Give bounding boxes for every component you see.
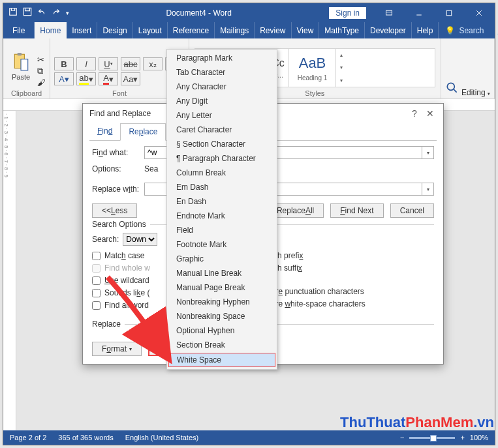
autosave-icon[interactable]: [8, 7, 18, 18]
tab-review[interactable]: Review: [255, 22, 291, 38]
tab-help[interactable]: Help: [412, 22, 439, 38]
tab-file[interactable]: File: [3, 22, 35, 38]
zoom-in-icon[interactable]: +: [460, 434, 464, 441]
sounds-like-checkbox[interactable]: Sounds like (: [92, 288, 150, 297]
ribbon-tabs: File Home Insert Design Layout Reference…: [3, 22, 495, 38]
menu-item-section-break[interactable]: Section Break: [167, 338, 277, 352]
menu-item--paragraph-character[interactable]: ¶ Paragraph Character: [167, 151, 277, 166]
tell-me[interactable]: 💡 Search: [439, 22, 490, 38]
share-button[interactable]: 👤 Share: [490, 22, 498, 38]
tab-find[interactable]: Find: [89, 123, 120, 140]
zoom-level[interactable]: 100%: [470, 434, 488, 441]
menu-item-caret-character[interactable]: Caret Character: [167, 123, 277, 137]
group-clipboard: Paste ✂ ⧉ 🖌 Clipboard: [3, 38, 50, 98]
menu-item-nonbreaking-space[interactable]: Nonbreaking Space: [167, 309, 277, 323]
watermark: ThuThuatPhanMem.vn: [340, 414, 494, 431]
zoom-slider[interactable]: [409, 437, 455, 439]
titlebar: ▾ Document4 - Word Sign in: [3, 3, 495, 22]
group-label: Font: [54, 89, 185, 97]
format-painter-icon[interactable]: 🖌: [37, 78, 46, 87]
menu-item-manual-line-break[interactable]: Manual Line Break: [167, 266, 277, 280]
copy-icon[interactable]: ⧉: [37, 66, 46, 76]
redo-icon[interactable]: [52, 7, 61, 18]
tab-references[interactable]: Reference: [168, 22, 215, 38]
find-what-dropdown-icon[interactable]: ▾: [422, 146, 434, 159]
font-color-button[interactable]: A▾: [99, 72, 118, 85]
zoom-out-icon[interactable]: −: [400, 434, 404, 441]
strikethrough-button[interactable]: abc: [121, 57, 140, 70]
menu-item-any-letter[interactable]: Any Letter: [167, 108, 277, 123]
minimize-icon[interactable]: [405, 3, 433, 22]
menu-item-tab-character[interactable]: Tab Character: [167, 65, 277, 80]
find-next-button[interactable]: Find Next: [330, 203, 383, 218]
styles-down-icon[interactable]: ▾: [340, 65, 343, 70]
subscript-button[interactable]: x₂: [143, 57, 163, 70]
status-words[interactable]: 365 of 365 words: [58, 434, 113, 441]
styles-more-icon[interactable]: ▾: [340, 78, 343, 83]
svg-rect-2: [386, 10, 392, 15]
styles-up-icon[interactable]: ▴: [340, 52, 343, 58]
tab-developer[interactable]: Developer: [365, 22, 412, 38]
menu-item-any-character[interactable]: Any Character: [167, 80, 277, 94]
replace-with-label: Replace with:: [92, 185, 144, 194]
menu-item-footnote-mark[interactable]: Footnote Mark: [167, 237, 277, 252]
cancel-button[interactable]: Cancel: [390, 203, 434, 218]
less-button[interactable]: << Less: [92, 203, 137, 218]
replace-with-dropdown-icon[interactable]: ▾: [422, 183, 434, 196]
change-case-button[interactable]: Aa▾: [121, 72, 140, 85]
menu-item-optional-hyphen[interactable]: Optional Hyphen: [167, 323, 277, 338]
italic-button[interactable]: I: [76, 57, 96, 70]
help-icon[interactable]: ?: [407, 108, 422, 119]
menu-item-field[interactable]: Field: [167, 223, 277, 237]
menu-item-en-dash[interactable]: En Dash: [167, 194, 277, 209]
bold-button[interactable]: B: [54, 57, 74, 70]
menu-item-column-break[interactable]: Column Break: [167, 166, 277, 180]
tab-insert[interactable]: Insert: [67, 22, 97, 38]
svg-point-7: [447, 83, 454, 90]
svg-rect-6: [21, 59, 28, 70]
editing-button[interactable]: Editing ▾: [445, 81, 490, 97]
menu-item-paragraph-mark[interactable]: Paragraph Mark: [167, 51, 277, 65]
undo-icon[interactable]: [37, 7, 46, 18]
tab-design[interactable]: Design: [97, 22, 132, 38]
svg-rect-0: [10, 8, 17, 16]
maximize-icon[interactable]: [435, 3, 463, 22]
style-heading1[interactable]: AaB Heading 1: [289, 49, 336, 87]
text-effects-button[interactable]: A▾: [54, 72, 74, 85]
tab-home[interactable]: Home: [35, 22, 67, 38]
tab-layout[interactable]: Layout: [133, 22, 168, 38]
menu-item-any-digit[interactable]: Any Digit: [167, 94, 277, 108]
save-icon[interactable]: [23, 7, 32, 18]
close-icon[interactable]: [465, 3, 493, 22]
status-language[interactable]: English (United States): [125, 434, 199, 441]
menu-item--section-character[interactable]: § Section Character: [167, 137, 277, 151]
underline-button[interactable]: U ▾: [99, 57, 118, 70]
tab-mathtype[interactable]: MathType: [319, 22, 365, 38]
tab-view[interactable]: View: [292, 22, 320, 38]
menu-item-endnote-mark[interactable]: Endnote Mark: [167, 209, 277, 223]
format-button[interactable]: Format▾: [92, 342, 142, 356]
search-direction-select[interactable]: Down: [123, 233, 157, 246]
svg-rect-5: [18, 53, 22, 55]
highlight-button[interactable]: ab▾: [76, 72, 96, 85]
menu-item-em-dash[interactable]: Em Dash: [167, 180, 277, 194]
close-icon[interactable]: ✕: [422, 108, 438, 119]
sign-in-button[interactable]: Sign in: [328, 7, 367, 20]
match-case-checkbox[interactable]: Match case: [92, 251, 150, 260]
whole-words-checkbox[interactable]: Find whole w: [92, 263, 150, 273]
menu-item-manual-page-break[interactable]: Manual Page Break: [167, 280, 277, 295]
menu-item-graphic[interactable]: Graphic: [167, 252, 277, 266]
statusbar: Page 2 of 2 365 of 365 words English (Un…: [3, 430, 495, 445]
ruler-vertical: · 1 · 2 · 3 · 4 · 5 · 6 · 7 · 8 · 9: [3, 111, 16, 430]
ribbon-display-icon[interactable]: [375, 3, 403, 22]
tab-mailings[interactable]: Mailings: [215, 22, 255, 38]
menu-item-white-space[interactable]: White Space: [168, 353, 275, 367]
status-page[interactable]: Page 2 of 2: [10, 434, 46, 441]
special-menu: Paragraph MarkTab CharacterAny Character…: [166, 49, 277, 370]
menu-item-nonbreaking-hyphen[interactable]: Nonbreaking Hyphen: [167, 295, 277, 309]
cut-icon[interactable]: ✂: [37, 55, 46, 65]
wildcards-checkbox[interactable]: Use wildcard: [92, 276, 150, 285]
all-word-forms-checkbox[interactable]: Find all word: [92, 301, 150, 310]
tab-replace[interactable]: Replace: [120, 123, 166, 141]
paste-button[interactable]: Paste: [7, 52, 35, 87]
